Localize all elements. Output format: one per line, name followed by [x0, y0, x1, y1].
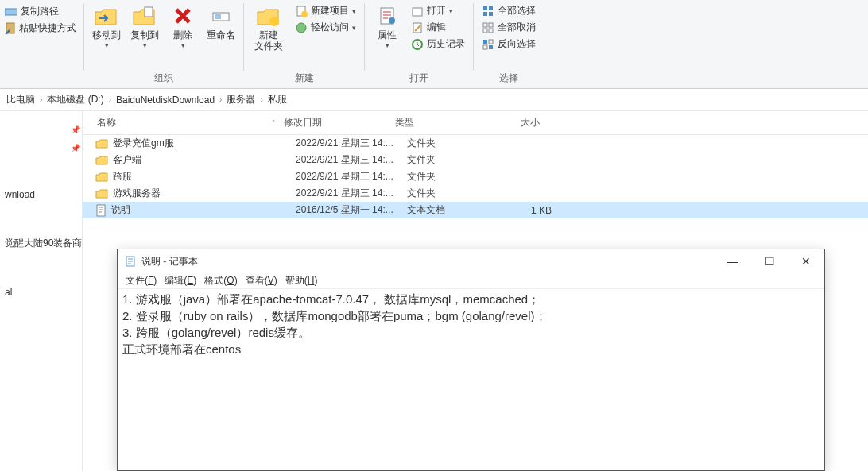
file-date: 2022/9/21 星期三 14:... — [296, 170, 407, 183]
copy-to-button[interactable]: 复制到 ▾ — [126, 2, 164, 51]
sidebar-label: 觉醒大陆90装备商! — [5, 237, 82, 250]
file-row[interactable]: 客户端2022/9/21 星期三 14:...文件夹 — [83, 152, 868, 168]
file-size: 1 KB — [501, 205, 558, 216]
crumb-3[interactable]: 服务器 — [223, 93, 258, 106]
menu-help[interactable]: 帮助(H) — [282, 274, 321, 288]
file-type: 文件夹 — [407, 137, 501, 150]
move-to-label: 移动到 — [92, 29, 121, 41]
sidebar-al[interactable]: al — [0, 282, 82, 303]
sidebar-quick-1[interactable]: 📌 — [0, 121, 82, 139]
notepad-window: 说明 - 记事本 — ☐ ✕ 文件(F) 编辑(E) 格式(O) 查看(V) 帮… — [117, 249, 825, 471]
new-item-button[interactable]: 新建项目 ▾ — [293, 3, 358, 18]
sidebar-download[interactable]: wnload — [0, 184, 82, 205]
notepad-textarea[interactable]: 1. 游戏服（java）部署在apache-tomcat-7.0.47， 数据库… — [118, 289, 824, 359]
new-folder-label: 新建 文件夹 — [254, 29, 283, 52]
file-name: 游戏服务器 — [113, 187, 161, 200]
file-rows: 登录充值gm服2022/9/21 星期三 14:...文件夹客户端2022/9/… — [83, 135, 868, 218]
file-row[interactable]: 跨服2022/9/21 星期三 14:...文件夹 — [83, 168, 868, 185]
pin-icon: 📌 — [71, 125, 80, 134]
notepad-titlebar[interactable]: 说明 - 记事本 — ☐ ✕ — [118, 249, 824, 273]
svg-point-5 — [269, 17, 279, 26]
select-group: 全部选择 全部取消 反向选择 选择 — [474, 0, 544, 88]
crumb-0[interactable]: 比电脑 — [3, 93, 38, 106]
file-row[interactable]: 说明2016/12/5 星期一 14:...文本文档1 KB — [83, 202, 868, 218]
sort-arrow-icon: ˄ — [272, 119, 276, 127]
move-to-button[interactable]: 移动到 ▾ — [87, 2, 126, 51]
easy-access-button[interactable]: 轻松访问 ▾ — [293, 20, 358, 35]
folder-icon — [95, 138, 108, 149]
select-all-label: 全部选择 — [498, 4, 536, 17]
file-date: 2022/9/21 星期三 14:... — [296, 153, 407, 167]
rename-label: 重命名 — [207, 29, 235, 41]
select-all-icon — [482, 5, 494, 17]
svg-rect-26 — [97, 205, 105, 216]
close-button[interactable]: ✕ — [788, 249, 824, 273]
new-item-label: 新建项目 — [311, 4, 349, 17]
file-type: 文件夹 — [407, 170, 501, 183]
copy-path[interactable]: 复制路径 — [5, 3, 79, 20]
crumb-1[interactable]: 本地磁盘 (D:) — [44, 93, 107, 106]
select-none-button[interactable]: 全部取消 — [480, 20, 537, 35]
navigation-pane: 📌 📌 wnload 觉醒大陆90装备商! al — [0, 111, 83, 471]
select-group-label: 选择 — [499, 70, 518, 88]
file-date: 2022/9/21 星期三 14:... — [296, 137, 407, 150]
menu-file[interactable]: 文件(F) — [122, 274, 160, 288]
open-group-label: 打开 — [409, 70, 428, 88]
edit-label: 编辑 — [427, 21, 446, 34]
properties-button[interactable]: 属性 ▾ — [368, 2, 406, 51]
new-group-label: 新建 — [295, 70, 314, 88]
invert-selection-button[interactable]: 反向选择 — [480, 37, 537, 52]
col-size-header[interactable]: 大小 — [489, 116, 546, 129]
folder-icon — [95, 155, 108, 166]
edit-button[interactable]: 编辑 — [409, 20, 467, 35]
file-name: 客户端 — [113, 153, 141, 167]
file-row[interactable]: 登录充值gm服2022/9/21 星期三 14:...文件夹 — [83, 135, 868, 152]
crumb-2[interactable]: BaiduNetdiskDownload — [113, 95, 218, 106]
file-name: 跨服 — [113, 170, 132, 183]
address-bar[interactable]: 比电脑› 本地磁盘 (D:)› BaiduNetdiskDownload› 服务… — [0, 89, 868, 111]
easy-access-icon — [295, 21, 308, 34]
notepad-title-text: 说明 - 记事本 — [141, 255, 198, 268]
menu-format[interactable]: 格式(O) — [201, 274, 240, 288]
delete-button[interactable]: 删除 ▾ — [164, 2, 202, 51]
chevron-icon: › — [258, 95, 264, 104]
rename-icon — [210, 5, 232, 27]
edit-icon — [411, 21, 424, 34]
sidebar-quick-2[interactable]: 📌 — [0, 139, 82, 157]
maximize-button[interactable]: ☐ — [751, 249, 788, 273]
col-date-header[interactable]: 修改日期 — [284, 116, 395, 129]
paste-shortcut[interactable]: 粘贴快捷方式 — [5, 20, 79, 37]
select-all-button[interactable]: 全部选择 — [480, 3, 537, 18]
clipboard-group: 复制路径 粘贴快捷方式 — [0, 0, 83, 88]
crumb-4[interactable]: 私服 — [265, 93, 290, 106]
notepad-icon — [124, 255, 137, 268]
path-icon — [5, 7, 17, 17]
invert-label: 反向选择 — [498, 37, 536, 51]
menu-view[interactable]: 查看(V) — [242, 274, 281, 288]
rename-button[interactable]: 重命名 — [202, 2, 240, 42]
file-date: 2022/9/21 星期三 14:... — [296, 187, 407, 200]
sidebar-label: al — [5, 287, 12, 298]
properties-label: 属性 — [378, 29, 397, 41]
open-button[interactable]: 打开 ▾ — [409, 3, 467, 18]
sidebar-equip[interactable]: 觉醒大陆90装备商! — [0, 232, 82, 255]
history-icon — [411, 38, 424, 51]
minimize-button[interactable]: — — [715, 249, 751, 273]
file-name: 说明 — [111, 203, 130, 217]
new-folder-button[interactable]: 新建 文件夹 — [247, 2, 290, 53]
svg-rect-21 — [489, 29, 493, 33]
menu-edit[interactable]: 编辑(E) — [161, 274, 200, 288]
history-button[interactable]: 历史记录 — [409, 37, 467, 52]
chevron-icon: › — [218, 95, 223, 104]
copy-path-label: 复制路径 — [21, 5, 59, 18]
history-label: 历史记录 — [427, 37, 465, 51]
new-folder-icon — [256, 6, 281, 26]
file-name: 登录充值gm服 — [113, 137, 174, 150]
file-type: 文件夹 — [407, 153, 501, 167]
col-type-header[interactable]: 类型 — [395, 116, 489, 129]
svg-rect-11 — [413, 8, 422, 16]
txt-file-icon — [95, 204, 107, 217]
chevron-icon: › — [38, 95, 44, 104]
file-row[interactable]: 游戏服务器2022/9/21 星期三 14:...文件夹 — [83, 185, 868, 202]
col-name-header[interactable]: 名称 — [83, 116, 296, 129]
